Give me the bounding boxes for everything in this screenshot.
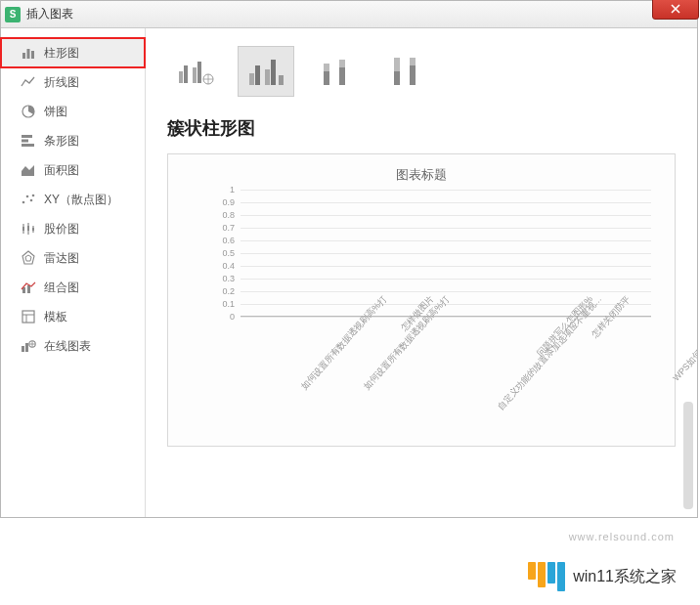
svg-rect-34 bbox=[279, 75, 284, 85]
subtype-title: 簇状柱形图 bbox=[167, 116, 676, 140]
online-chart-icon bbox=[21, 338, 36, 354]
sidebar-item-online[interactable]: 在线图表 bbox=[1, 331, 145, 361]
subtype-clustered-3d[interactable] bbox=[167, 46, 224, 97]
svg-rect-27 bbox=[193, 67, 197, 83]
svg-point-8 bbox=[26, 195, 29, 198]
sidebar-item-label: 折线图 bbox=[44, 74, 79, 91]
sidebar-item-label: 组合图 bbox=[44, 280, 79, 296]
sidebar-item-label: 模板 bbox=[44, 309, 67, 325]
svg-rect-26 bbox=[184, 65, 188, 83]
svg-point-7 bbox=[22, 201, 25, 204]
svg-rect-4 bbox=[22, 135, 32, 138]
sidebar-item-label: 条形图 bbox=[44, 133, 79, 150]
sidebar-item-label: 雷达图 bbox=[44, 250, 79, 267]
x-tick-label: 问题拼写么怎图形% bbox=[534, 293, 595, 360]
sidebar-item-area[interactable]: 面积图 bbox=[1, 155, 145, 185]
brand-text: win11系统之家 bbox=[573, 567, 677, 587]
x-tick-label: 自定义功能的放置添加选项应不重视… bbox=[496, 293, 605, 412]
sidebar-item-label: XY（散点图） bbox=[44, 192, 118, 208]
sidebar-item-label: 在线图表 bbox=[44, 338, 91, 355]
svg-rect-6 bbox=[22, 144, 34, 147]
sidebar-item-bar[interactable]: 柱形图 bbox=[1, 38, 145, 67]
hbar-chart-icon bbox=[21, 133, 36, 149]
watermark: www.relsound.com bbox=[569, 531, 675, 542]
pie-chart-icon bbox=[21, 104, 36, 119]
y-tick: 0.7 bbox=[222, 223, 235, 233]
subtype-stacked[interactable] bbox=[308, 46, 365, 97]
svg-rect-33 bbox=[271, 60, 276, 85]
chart-preview-title: 图表标题 bbox=[182, 166, 661, 184]
dialog-body: 柱形图 折线图 饼图 条形图 bbox=[1, 28, 697, 517]
titlebar: S 插入图表 bbox=[1, 1, 697, 28]
radar-chart-icon bbox=[21, 250, 36, 266]
x-tick-label: WPS如何打开wps文件格式? bbox=[671, 293, 697, 384]
window-title: 插入图表 bbox=[26, 6, 73, 22]
sidebar-item-scatter[interactable]: XY（散点图） bbox=[1, 185, 145, 214]
sidebar-item-label: 股价图 bbox=[44, 221, 79, 238]
sidebar-item-stock[interactable]: 股价图 bbox=[1, 214, 145, 243]
svg-rect-18 bbox=[27, 285, 30, 293]
svg-rect-31 bbox=[255, 65, 260, 85]
svg-rect-35 bbox=[324, 71, 329, 85]
svg-rect-16 bbox=[32, 228, 34, 231]
sidebar-item-label: 柱形图 bbox=[44, 45, 79, 62]
subtype-thumbnails bbox=[167, 46, 676, 97]
chart-preview: 图表标题 00.10.20.30.40.50.60.70.80.91 如何设置所… bbox=[167, 153, 676, 447]
chart-type-sidebar: 柱形图 折线图 饼图 条形图 bbox=[1, 28, 146, 517]
svg-rect-23 bbox=[25, 343, 28, 352]
area-chart-icon bbox=[21, 162, 36, 178]
svg-point-10 bbox=[32, 194, 35, 197]
line-chart-icon bbox=[21, 74, 36, 90]
y-tick: 0.4 bbox=[222, 261, 235, 271]
svg-point-9 bbox=[30, 199, 33, 202]
y-tick: 0.8 bbox=[222, 210, 235, 220]
x-axis-labels: 如何设置所有数据透视刷高%打如何设置所有数据透视刷高%打怎样做图片自定义功能的放… bbox=[227, 293, 665, 430]
svg-rect-40 bbox=[394, 71, 400, 85]
close-button[interactable] bbox=[652, 0, 699, 20]
svg-rect-32 bbox=[265, 69, 270, 85]
bar-chart-icon bbox=[21, 45, 36, 61]
subtype-clustered[interactable] bbox=[238, 46, 294, 97]
scrollbar-thumb[interactable] bbox=[683, 402, 693, 509]
svg-rect-1 bbox=[27, 49, 30, 59]
svg-rect-15 bbox=[27, 226, 29, 231]
sidebar-item-label: 面积图 bbox=[44, 162, 79, 179]
subtype-percent-stacked[interactable] bbox=[378, 46, 435, 97]
svg-rect-0 bbox=[22, 53, 25, 59]
brand-logo-icon bbox=[528, 562, 565, 591]
sidebar-item-pie[interactable]: 饼图 bbox=[1, 97, 145, 126]
site-branding: win11系统之家 bbox=[528, 562, 677, 591]
y-tick: 0.9 bbox=[222, 197, 235, 207]
insert-chart-dialog: S 插入图表 柱形图 折线图 bbox=[0, 0, 698, 518]
sidebar-item-label: 饼图 bbox=[44, 104, 67, 120]
y-tick: 0.5 bbox=[222, 248, 235, 258]
scatter-chart-icon bbox=[21, 192, 36, 207]
svg-rect-28 bbox=[197, 62, 201, 83]
svg-rect-37 bbox=[339, 67, 345, 85]
y-tick: 1 bbox=[230, 185, 235, 194]
svg-rect-22 bbox=[22, 346, 24, 352]
y-tick: 0.6 bbox=[222, 236, 235, 245]
svg-rect-25 bbox=[179, 71, 183, 83]
sidebar-item-radar[interactable]: 雷达图 bbox=[1, 243, 145, 273]
main-panel: 簇状柱形图 图表标题 00.10.20.30.40.50.60.70.80.91… bbox=[146, 28, 697, 517]
sidebar-item-line[interactable]: 折线图 bbox=[1, 67, 145, 97]
svg-rect-42 bbox=[410, 65, 416, 85]
svg-rect-19 bbox=[22, 311, 34, 323]
y-tick: 0.3 bbox=[222, 274, 235, 283]
sidebar-item-template[interactable]: 模板 bbox=[1, 302, 145, 331]
svg-rect-2 bbox=[31, 51, 34, 59]
combo-chart-icon bbox=[21, 280, 36, 295]
stock-chart-icon bbox=[21, 221, 36, 237]
sidebar-item-combo[interactable]: 组合图 bbox=[1, 273, 145, 302]
svg-rect-38 bbox=[339, 60, 345, 67]
svg-rect-30 bbox=[249, 73, 254, 85]
svg-rect-5 bbox=[22, 140, 28, 143]
app-icon: S bbox=[5, 7, 21, 22]
svg-rect-14 bbox=[22, 227, 24, 231]
sidebar-item-hbar[interactable]: 条形图 bbox=[1, 126, 145, 155]
template-icon bbox=[21, 309, 36, 324]
svg-rect-36 bbox=[324, 64, 329, 71]
